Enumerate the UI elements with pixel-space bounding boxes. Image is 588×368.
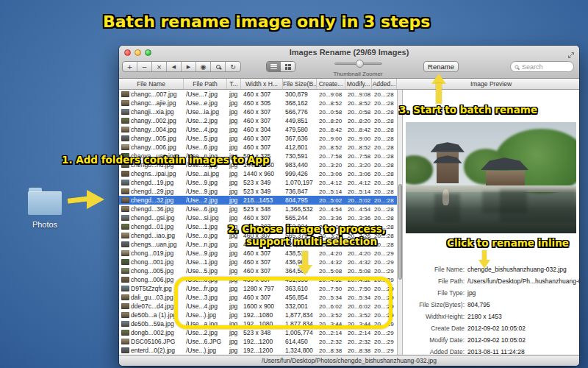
refresh-button[interactable]: ↻ xyxy=(226,62,240,71)
photos-folder-icon[interactable] xyxy=(28,188,62,219)
table-row[interactable]: chong...019.jpg/Use...9.jpgjpg460 x 3074… xyxy=(119,249,397,258)
info-value: 2012-09-02 10:05:02 xyxy=(467,336,579,344)
file-name-cell: changc...ajie.jpg xyxy=(119,99,184,107)
file-name-cell: chong...019.jpg xyxy=(119,250,184,257)
table-row[interactable]: chengd...36.jpg/Use...6.jpgjpg523 x 3481… xyxy=(119,205,397,213)
table-row[interactable]: enterd...0(2).jpg/Use...).jpgjpg192...12… xyxy=(119,346,397,355)
window-title: Images Rename (29/69 Images) xyxy=(119,48,579,57)
column-header-5[interactable]: Create... xyxy=(317,79,345,89)
file-name-cell: changy...004.jpg xyxy=(119,126,184,133)
previous-button[interactable]: ◀ xyxy=(167,62,182,71)
file-thumbnail-icon xyxy=(121,339,129,344)
file-thumbnail-icon xyxy=(121,135,129,141)
search-input[interactable] xyxy=(522,63,570,71)
column-header-7[interactable]: Added... xyxy=(372,79,397,89)
info-label: File Path: xyxy=(403,277,467,285)
file-thumbnail-icon xyxy=(121,100,129,106)
remove-button[interactable]: − xyxy=(137,62,152,71)
file-name-cell: enterd...0(2).jpg xyxy=(119,347,184,354)
table-row[interactable]: chong...001.jpg/Use...1.jpgjpg460 x 3074… xyxy=(119,258,397,266)
table-row[interactable]: changji...xia.jpg/Use...ia.jpgjpg460 x 3… xyxy=(119,107,397,116)
info-label: Modify Date: xyxy=(403,336,467,344)
table-row[interactable]: chengd...gsi.jpg/Use...si.jpgjpg460 x 30… xyxy=(119,213,397,222)
titlebar[interactable]: Images Rename (29/69 Images) xyxy=(119,46,579,58)
file-name-cell: chengd...19.jpg xyxy=(119,179,184,186)
image-preview-panel: File Name:chengde_bishushanzhuang-032.jp… xyxy=(403,90,579,355)
step2-annotation-line1: 2. Choose image to process, xyxy=(228,223,386,235)
file-name-cell: dongb...002.jpg xyxy=(119,329,184,336)
file-thumbnail-icon xyxy=(121,294,129,300)
view-mode-toggle xyxy=(266,61,295,72)
next-button[interactable]: ▶ xyxy=(182,62,196,71)
arrow-down-step2-icon xyxy=(297,251,313,276)
search-icon xyxy=(514,65,518,68)
file-name-cell: chengd...32.jpg xyxy=(119,197,184,204)
file-thumbnail-icon xyxy=(121,109,129,115)
column-header-1[interactable]: File Path xyxy=(184,79,227,89)
table-row[interactable]: changy...004.jpg/Use...4.jpgjpg460 x 304… xyxy=(119,125,397,134)
table-row[interactable]: chegns...ipai.jpg/Use...ai.jpgjpg1440 x … xyxy=(119,169,397,178)
file-name-cell: DSC05106.JPG xyxy=(119,338,184,345)
toolbar: + − × ◀ ▶ ◉ ↻ Thumbnail Zo xyxy=(119,58,579,79)
file-thumbnail-icon xyxy=(121,233,129,238)
preview-eye-button[interactable]: ◉ xyxy=(196,62,211,71)
rename-button[interactable]: Rename xyxy=(423,61,459,72)
search-field[interactable] xyxy=(510,61,574,72)
add-button[interactable]: + xyxy=(123,62,137,71)
table-row[interactable]: chengd...19.jpg/Use...9.jpgjpg523 x 3491… xyxy=(119,178,397,187)
table-row[interactable]: changc...ajie.jpg/Use...e.jpgjpg460 x 30… xyxy=(119,99,397,107)
info-value: 2012-09-02 10:05:02 xyxy=(467,325,579,332)
column-header-4[interactable]: File Size(B... xyxy=(283,79,317,89)
arrow-down-rename-icon xyxy=(478,250,491,269)
file-name-cell: changji...xia.jpg xyxy=(119,108,184,116)
rename-inline-annotation: Click to rename inline xyxy=(447,237,569,249)
scrollbar-thumb[interactable] xyxy=(398,184,402,280)
column-header-6[interactable]: Modify... xyxy=(345,79,372,89)
file-thumbnail-icon xyxy=(121,224,129,230)
table-row[interactable]: chong...005.jpg/Use...5.jpgjpg460 x 3073… xyxy=(119,266,397,275)
grid-view-icon xyxy=(285,64,291,70)
table-row[interactable]: DSC05106.JPG/Use...6.JPGjpg192...1200614… xyxy=(119,337,397,346)
slider-knob[interactable] xyxy=(356,60,364,68)
file-thumbnail-icon xyxy=(121,197,129,203)
info-field: Modify Date:2012-09-02 10:05:02 xyxy=(403,334,579,346)
column-header-0[interactable]: File Name xyxy=(119,79,184,89)
info-field: Create Date2012-09-02 10:05:02 xyxy=(403,322,579,334)
table-row[interactable]: changy...005.jpg/Use...5.jpgjpg460 x 307… xyxy=(119,134,397,143)
table-row[interactable]: changy...006.jpg/Use...6.jpgjpg460 x 307… xyxy=(119,143,397,152)
info-field: File Type:jpg xyxy=(403,287,579,299)
info-label: File Size(Bytes): xyxy=(403,301,467,308)
grid-view-button[interactable] xyxy=(281,62,295,71)
table-row[interactable]: changc...007.jpg/Use...7.jpgjpg460 x 307… xyxy=(119,90,397,99)
file-name-cell: chong...005.jpg xyxy=(119,267,184,275)
file-name-cell: chong...001.jpg xyxy=(119,258,184,266)
thumbnail-zoomer-label: Thumbnail Zoomer xyxy=(318,71,398,77)
table-scrollbar[interactable] xyxy=(397,90,403,355)
file-thumbnail-icon xyxy=(121,303,129,309)
step3-annotation: 3. Start to batch rename xyxy=(399,104,537,116)
info-value: 804,795 xyxy=(467,301,579,308)
file-thumbnail-icon xyxy=(121,347,129,353)
table-row[interactable]: chengd...32.jpg/Use...2.jpgjpg218...1453… xyxy=(119,196,397,205)
arrow-up-icon xyxy=(431,74,447,105)
column-header-2[interactable]: T... xyxy=(227,79,241,89)
magnifier-icon xyxy=(216,65,220,69)
info-value: jpg xyxy=(467,289,579,297)
file-thumbnail-icon xyxy=(121,277,129,283)
table-row[interactable]: changy...002.jpg/Use...2.jpgjpg460 x 307… xyxy=(119,116,397,125)
multi-selection-highlight xyxy=(174,277,392,329)
list-view-button[interactable] xyxy=(267,62,281,71)
search-tool-button[interactable] xyxy=(211,62,226,71)
delete-button[interactable]: × xyxy=(152,62,167,71)
thumbnail-zoomer-slider[interactable] xyxy=(334,63,382,65)
file-thumbnail-icon xyxy=(121,259,129,265)
column-header-3[interactable]: Width x H... xyxy=(241,79,283,89)
table-row[interactable]: dongb...002.jpg/Use...2.jpgjpg523 x 3481… xyxy=(119,328,397,337)
file-thumbnail-icon xyxy=(121,127,129,132)
info-value: 2013-08-11 11:24:28 xyxy=(467,348,579,355)
status-bar: /Users/fun/Desktop/Photos/chengde_bishus… xyxy=(119,355,579,366)
table-row[interactable]: chengd...29.jpg/Use...9.jpgjpg523 x 3497… xyxy=(119,187,397,196)
folder-label: Photos xyxy=(13,220,76,229)
preview-photo xyxy=(406,122,576,233)
window-chrome: Images Rename (29/69 Images) + − × ◀ ▶ ◉… xyxy=(119,46,579,79)
